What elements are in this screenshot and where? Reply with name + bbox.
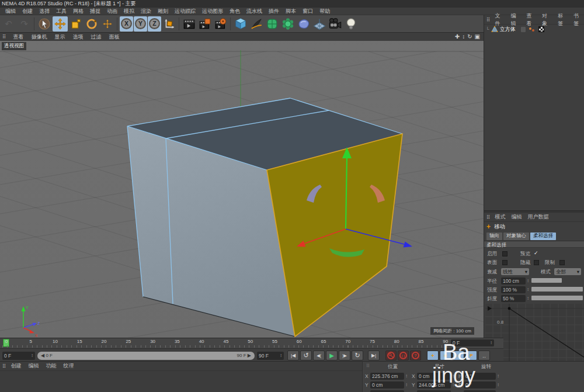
- add-cube-button[interactable]: [233, 16, 248, 32]
- keyframe-selection-button[interactable]: ?: [410, 351, 421, 360]
- pan-view-icon[interactable]: ✚: [455, 34, 460, 40]
- object-name[interactable]: 立方体: [500, 26, 516, 33]
- viewport-menu-item[interactable]: 过滤: [91, 33, 102, 41]
- strength-spinner[interactable]: ↕: [527, 287, 529, 292]
- menu-item[interactable]: 编辑: [5, 8, 16, 15]
- go-to-end-button[interactable]: ▶|: [368, 351, 380, 360]
- next-key-button[interactable]: )▶: [339, 351, 350, 360]
- viewport-menu-item[interactable]: 摄像机: [32, 33, 47, 41]
- menu-item[interactable]: 角色: [230, 8, 240, 15]
- move-tool-button[interactable]: [53, 16, 68, 32]
- restrict-checkbox[interactable]: [559, 260, 565, 265]
- menu-item[interactable]: 运动图形: [202, 8, 223, 15]
- add-light-button[interactable]: [343, 16, 359, 32]
- panel-grip-icon[interactable]: ⠿: [486, 214, 490, 220]
- panel-grip-icon[interactable]: ⠿: [2, 363, 6, 369]
- radius-spinner[interactable]: ↕: [527, 278, 529, 283]
- field-spinner[interactable]: ↕: [452, 373, 454, 379]
- rotation-value-field[interactable]: 0 °: [464, 373, 496, 380]
- frame-range-slider[interactable]: ◀ 0 F 90 F ▶: [37, 352, 255, 360]
- mat-menu-item[interactable]: 功能: [46, 362, 57, 370]
- menu-item[interactable]: 脚本: [286, 8, 296, 15]
- menu-item[interactable]: 流水线: [246, 8, 262, 15]
- viewport-menu-item[interactable]: 面板: [109, 33, 120, 41]
- field-spinner[interactable]: ↕: [497, 373, 499, 379]
- display-tag-icon[interactable]: [538, 26, 544, 32]
- menu-item[interactable]: 模拟: [124, 8, 134, 15]
- curve-point[interactable]: [508, 307, 511, 310]
- coordinate-system-button[interactable]: [162, 16, 177, 32]
- om-menu-item[interactable]: 对象: [542, 12, 552, 27]
- add-subdivision-surface-button[interactable]: [265, 16, 280, 32]
- add-floor-button[interactable]: [312, 16, 327, 32]
- mat-menu-item[interactable]: 创建: [11, 362, 22, 370]
- record-keyframe-button[interactable]: [385, 351, 397, 360]
- strength-slider[interactable]: [531, 287, 583, 292]
- position-value-field[interactable]: 0 cm: [370, 381, 404, 388]
- render-settings-button[interactable]: [213, 16, 228, 32]
- menu-item[interactable]: 窗口: [303, 8, 313, 15]
- enable-checkbox[interactable]: [502, 251, 507, 256]
- menu-item[interactable]: 捕捉: [90, 8, 100, 15]
- timeline-ruler[interactable]: 051015202530354045505560657075808590 0 F…: [0, 338, 503, 348]
- play-button[interactable]: ▶: [326, 351, 338, 360]
- previous-key-button[interactable]: ◀(: [313, 351, 325, 360]
- am-menu-item[interactable]: 用户数据: [528, 213, 549, 221]
- ruler-frame-field[interactable]: 0 F↕: [451, 339, 494, 346]
- tab-soft-selection[interactable]: 柔和选择: [530, 233, 556, 240]
- add-deformer-button[interactable]: [280, 16, 296, 32]
- rotation-value-field[interactable]: 0 °: [464, 381, 496, 388]
- mat-menu-item[interactable]: 纹理: [64, 362, 74, 370]
- current-frame-field[interactable]: 0 F↕: [2, 352, 35, 360]
- field-spinner[interactable]: ↕: [497, 382, 499, 387]
- visibility-dots[interactable]: [529, 27, 534, 32]
- slope-slider[interactable]: [531, 296, 583, 300]
- key-pla-toggle[interactable]: ‥: [478, 351, 490, 360]
- toggle-view-icon[interactable]: ▣: [475, 34, 480, 40]
- field-spinner[interactable]: ↕: [405, 373, 408, 379]
- gizmo-z-arrowhead[interactable]: [404, 242, 413, 248]
- om-menu-item[interactable]: 标签: [558, 12, 568, 27]
- menu-item[interactable]: 运动跟踪: [175, 8, 196, 15]
- om-menu-item[interactable]: 书签: [573, 12, 584, 27]
- radius-slider[interactable]: [531, 278, 562, 283]
- lock-z-axis-button[interactable]: Z: [148, 16, 161, 32]
- add-spline-button[interactable]: [249, 16, 264, 32]
- undo-button[interactable]: ↶: [1, 16, 16, 32]
- autokey-button[interactable]: ( ): [398, 351, 409, 360]
- slope-field[interactable]: 50 %: [501, 295, 526, 302]
- go-to-start-button[interactable]: |◀: [287, 351, 299, 360]
- section-header[interactable]: 柔和选择: [484, 241, 584, 248]
- menu-item[interactable]: 渲染: [141, 8, 151, 15]
- lock-x-axis-button[interactable]: X: [120, 16, 133, 32]
- menu-item[interactable]: 插件: [269, 8, 279, 15]
- menu-item[interactable]: 动画: [107, 8, 117, 15]
- field-spinner[interactable]: ↕: [452, 382, 454, 387]
- add-environment-button[interactable]: [296, 16, 311, 32]
- zoom-view-icon[interactable]: ↕: [462, 34, 465, 40]
- size-value-field[interactable]: 0 cm: [417, 373, 451, 380]
- size-value-field[interactable]: 244.005 cm: [417, 381, 451, 388]
- rotate-view-icon[interactable]: ↻: [467, 34, 472, 40]
- field-spinner[interactable]: ↕: [405, 382, 408, 387]
- tab-axis[interactable]: 轴向: [486, 233, 502, 240]
- play-forwards-button[interactable]: ↻: [352, 351, 363, 360]
- surface-checkbox[interactable]: [502, 260, 507, 265]
- menu-item[interactable]: 创建: [22, 8, 33, 15]
- slope-spinner[interactable]: ↕: [527, 296, 529, 301]
- mat-menu-item[interactable]: 编辑: [29, 362, 39, 370]
- radius-field[interactable]: 100 cm: [501, 277, 526, 285]
- position-value-field[interactable]: 225.376 cm: [370, 373, 404, 380]
- viewport-menu-item[interactable]: 查看: [13, 33, 24, 41]
- tab-object-axis[interactable]: 对象轴心: [503, 233, 529, 240]
- panel-grip-icon[interactable]: ⠿: [2, 34, 6, 40]
- lock-y-axis-button[interactable]: Y: [134, 16, 147, 32]
- rotate-tool-button[interactable]: [84, 16, 99, 32]
- menu-item[interactable]: 选择: [39, 8, 50, 15]
- render-view-button[interactable]: [182, 16, 197, 32]
- viewport-canvas[interactable]: Y Z X: [0, 33, 484, 338]
- key-rotation-toggle[interactable]: ○: [453, 351, 464, 360]
- render-picture-viewer-button[interactable]: [197, 16, 213, 32]
- key-scale-toggle[interactable]: ■: [440, 351, 451, 360]
- menu-item[interactable]: 雕刻: [158, 8, 168, 15]
